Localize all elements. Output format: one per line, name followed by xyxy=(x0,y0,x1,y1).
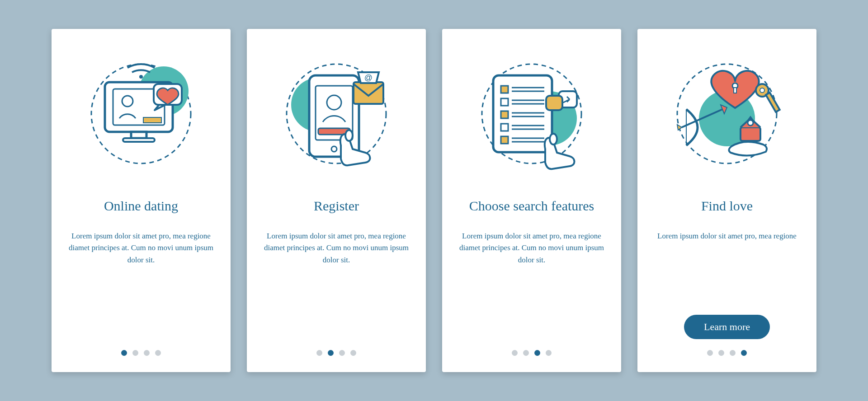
svg-rect-29 xyxy=(501,111,508,118)
dot-2[interactable] xyxy=(718,350,724,356)
svg-rect-26 xyxy=(501,98,508,106)
svg-rect-35 xyxy=(501,136,508,144)
onboarding-cards: Online dating Lorem ipsum dolor sit amet… xyxy=(52,29,816,372)
svg-rect-8 xyxy=(123,138,155,142)
svg-rect-6 xyxy=(143,117,161,123)
card-title: Find love xyxy=(701,190,753,222)
svg-rect-50 xyxy=(741,127,760,141)
svg-point-40 xyxy=(550,134,557,145)
dot-1[interactable] xyxy=(707,350,713,356)
online-dating-icon xyxy=(78,51,204,177)
dot-1[interactable] xyxy=(316,350,322,356)
svg-point-51 xyxy=(748,120,753,126)
card-body: Lorem ipsum dolor sit amet pro, mea regi… xyxy=(68,230,214,350)
svg-rect-32 xyxy=(501,124,508,131)
dot-3[interactable] xyxy=(534,350,540,356)
card-title: Register xyxy=(314,190,359,222)
learn-more-button[interactable]: Learn more xyxy=(684,315,770,339)
dot-1[interactable] xyxy=(512,350,518,356)
dot-3[interactable] xyxy=(730,350,736,356)
card-title: Choose search features xyxy=(469,190,594,222)
dot-3[interactable] xyxy=(339,350,345,356)
card-body: Lorem ipsum dolor sit amet pro, mea regi… xyxy=(657,230,797,309)
dot-2[interactable] xyxy=(132,350,138,356)
dot-4[interactable] xyxy=(350,350,356,356)
dot-4[interactable] xyxy=(741,350,747,356)
dot-2[interactable] xyxy=(523,350,529,356)
pagination-dots xyxy=(121,350,161,359)
card-body: Lorem ipsum dolor sit amet pro, mea regi… xyxy=(263,230,410,350)
search-features-icon xyxy=(468,51,595,177)
find-love-icon xyxy=(664,51,790,177)
svg-point-2 xyxy=(139,75,143,79)
card-register: @ Register Lorem ipsum dolor sit amet pr… xyxy=(247,29,426,372)
svg-rect-44 xyxy=(734,88,736,93)
svg-point-46 xyxy=(760,88,764,93)
card-title: Online dating xyxy=(104,190,178,222)
dot-3[interactable] xyxy=(144,350,150,356)
dot-2[interactable] xyxy=(328,350,334,356)
svg-rect-17 xyxy=(354,82,383,104)
card-choose-search: Choose search features Lorem ipsum dolor… xyxy=(442,29,621,372)
svg-rect-23 xyxy=(501,86,508,93)
dot-1[interactable] xyxy=(121,350,127,356)
pagination-dots xyxy=(512,350,552,359)
pagination-dots xyxy=(707,350,747,359)
dot-4[interactable] xyxy=(546,350,552,356)
card-body: Lorem ipsum dolor sit amet pro, mea regi… xyxy=(458,230,605,350)
svg-rect-39 xyxy=(546,96,562,110)
pagination-dots xyxy=(316,350,356,359)
svg-point-19 xyxy=(345,130,353,141)
card-find-love: Find love Lorem ipsum dolor sit amet pro… xyxy=(637,29,816,372)
register-icon: @ xyxy=(273,51,400,177)
dot-4[interactable] xyxy=(155,350,161,356)
svg-rect-7 xyxy=(131,132,146,138)
svg-text:@: @ xyxy=(364,73,373,82)
card-online-dating: Online dating Lorem ipsum dolor sit amet… xyxy=(52,29,231,372)
